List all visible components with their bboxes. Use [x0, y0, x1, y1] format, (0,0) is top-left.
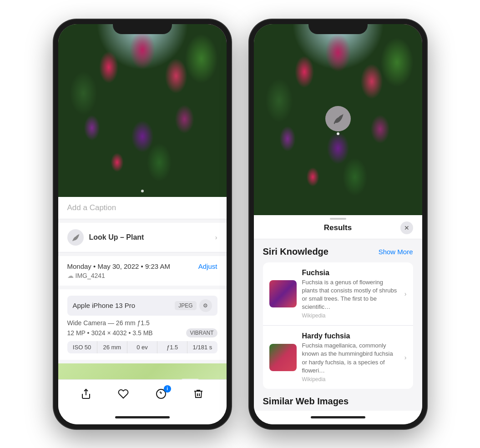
map-photo-thumbnail — [181, 379, 199, 379]
exif-iso: ISO 50 — [67, 341, 97, 353]
cloud-icon: ☁ — [67, 272, 74, 279]
hardy-fuchsia-description: Fuchsia magellanica, commonly known as t… — [302, 342, 399, 375]
fuchsia-description: Fuchsia is a genus of flowering plants t… — [302, 278, 399, 312]
exif-row: ISO 50 26 mm 0 ev ƒ1.5 1/181 s — [67, 341, 217, 353]
caption-placeholder[interactable]: Add a Caption — [67, 203, 116, 212]
resolution-text: 12 MP • 3024 × 4032 • 3.5 MB — [67, 329, 153, 337]
phone-notch — [113, 20, 172, 34]
hardy-fuchsia-source: Wikipedia — [302, 376, 399, 383]
siri-knowledge-section: Siri Knowledge Show More Fuchsia Fuchsia… — [254, 239, 422, 389]
web-images-title: Similar Web Images — [263, 396, 349, 407]
style-badge: VIBRANT — [186, 328, 217, 337]
hardy-fuchsia-arrow: › — [404, 354, 407, 361]
info-panel[interactable]: Add a Caption Look Up – Plant › Monday •… — [58, 197, 227, 379]
web-images-section: Similar Web Images — [254, 389, 422, 411]
fuchsia-source: Wikipedia — [302, 312, 399, 319]
caption-area[interactable]: Add a Caption — [58, 197, 227, 219]
flower-photo — [58, 24, 227, 197]
lookup-label: Look Up – Plant — [89, 233, 144, 242]
exif-ev: 0 ev — [127, 341, 157, 353]
show-more-button[interactable]: Show More — [379, 248, 413, 256]
results-header-wrapper: Results ✕ — [254, 215, 422, 239]
home-bar-2 — [311, 416, 365, 418]
knowledge-card: Fuchsia Fuchsia is a genus of flowering … — [263, 262, 413, 389]
device-badges: JPEG ⚙ — [175, 299, 212, 312]
delete-button[interactable] — [188, 385, 208, 405]
drag-handle — [330, 218, 346, 220]
device-name: Apple iPhone 13 Pro — [73, 302, 136, 309]
favorite-button[interactable] — [113, 385, 133, 405]
knowledge-item-hardy-fuchsia[interactable]: Hardy fuchsia Fuchsia magellanica, commo… — [263, 326, 413, 389]
resolution-row: 12 MP • 3024 × 4032 • 3.5 MB VIBRANT — [67, 328, 217, 337]
phone-1: Add a Caption Look Up – Plant › Monday •… — [54, 20, 231, 429]
meta-section: Monday • May 30, 2022 • 9:23 AM Adjust ☁… — [58, 256, 227, 286]
hardy-fuchsia-name: Hardy fuchsia — [302, 332, 399, 340]
heart-icon — [118, 388, 129, 402]
share-icon — [81, 388, 91, 402]
web-images-header: Similar Web Images — [263, 396, 413, 407]
close-button[interactable]: ✕ — [400, 221, 413, 234]
format-badge: JPEG — [175, 301, 196, 310]
home-bar — [115, 416, 170, 418]
info-button[interactable]: i — [151, 385, 171, 405]
trash-icon — [193, 388, 204, 402]
visual-search-button[interactable] — [325, 106, 351, 131]
adjust-button[interactable]: Adjust — [198, 262, 217, 270]
phone-2: Results ✕ Siri Knowledge Show More — [249, 20, 427, 429]
map-background — [58, 363, 227, 379]
exif-shutter: 1/181 s — [187, 341, 217, 353]
fuchsia-arrow: › — [404, 290, 407, 297]
fuchsia-text: Fuchsia Fuchsia is a genus of flowering … — [302, 269, 399, 319]
exif-focal: 26 mm — [97, 341, 127, 353]
meta-filename: ☁ IMG_4241 — [67, 272, 217, 279]
home-indicator-1 — [58, 411, 227, 424]
lookup-arrow: › — [215, 234, 217, 241]
results-title: Results — [276, 223, 400, 232]
settings-icon: ⚙ — [199, 299, 212, 312]
exif-aperture: ƒ1.5 — [157, 341, 187, 353]
share-button[interactable] — [76, 385, 96, 405]
phone-2-screen: Results ✕ Siri Knowledge Show More — [254, 24, 422, 424]
phone-1-screen: Add a Caption Look Up – Plant › Monday •… — [58, 24, 227, 424]
fuchsia-thumbnail — [269, 280, 297, 307]
photo-area-2[interactable] — [254, 24, 422, 215]
knowledge-item-fuchsia[interactable]: Fuchsia Fuchsia is a genus of flowering … — [263, 262, 413, 326]
photo-indicator-dot — [141, 190, 144, 192]
info-badge: i — [164, 385, 171, 393]
device-section: Apple iPhone 13 Pro JPEG ⚙ Wide Camera —… — [58, 289, 227, 360]
photo-area-1[interactable] — [58, 24, 227, 197]
device-row: Apple iPhone 13 Pro JPEG ⚙ — [67, 296, 217, 316]
home-indicator-2 — [254, 411, 422, 424]
lookup-row[interactable]: Look Up – Plant › — [58, 223, 227, 252]
close-icon: ✕ — [404, 224, 409, 232]
hardy-fuchsia-text: Hardy fuchsia Fuchsia magellanica, commo… — [302, 332, 399, 383]
toolbar: i — [58, 379, 227, 411]
fuchsia-name: Fuchsia — [302, 269, 399, 277]
visual-search-dot — [337, 132, 339, 135]
hardy-fuchsia-thumbnail — [269, 344, 297, 371]
map-section[interactable] — [58, 363, 227, 379]
results-panel[interactable]: Results ✕ Siri Knowledge Show More — [254, 215, 422, 411]
phone-2-notch — [308, 20, 368, 34]
meta-date: Monday • May 30, 2022 • 9:23 AM — [67, 262, 170, 270]
camera-row: Wide Camera — 26 mm ƒ1.5 — [67, 319, 217, 327]
siri-section-header: Siri Knowledge Show More — [263, 247, 413, 257]
siri-knowledge-title: Siri Knowledge — [263, 247, 328, 257]
lookup-icon — [67, 229, 84, 246]
